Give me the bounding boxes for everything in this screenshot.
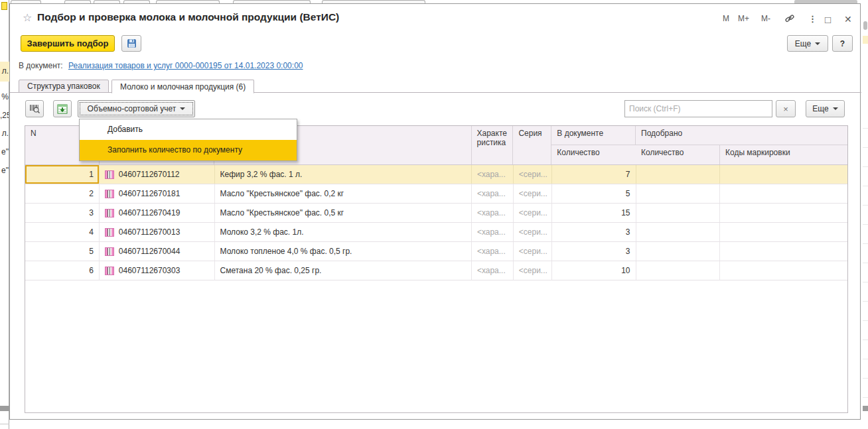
- cell-barcode: 04607112670419: [100, 204, 215, 222]
- products-table: N Характеристика Серия В документе Колич…: [25, 125, 848, 413]
- cell-product-name: Масло "Крестьянское" фас. 0,5 кг: [215, 204, 472, 222]
- barcode-value: 04607112670181: [119, 189, 181, 198]
- search-input[interactable]: [624, 100, 772, 117]
- column-header-marking-codes[interactable]: Коды маркировки: [720, 145, 847, 164]
- column-group-in-document: В документе Количество: [551, 126, 636, 164]
- finish-selection-button[interactable]: Завершить подбор: [21, 35, 115, 52]
- column-header-characteristic[interactable]: Характеристика: [472, 126, 514, 164]
- cell-characteristic: <хара...: [472, 204, 514, 222]
- column-header-selected[interactable]: Подобрано: [636, 126, 847, 145]
- barcode-icon: [105, 209, 114, 217]
- fill-table-button[interactable]: [53, 100, 72, 117]
- document-label: В документ:: [19, 61, 63, 70]
- menu-item-add[interactable]: Добавить: [80, 119, 297, 140]
- maximize-icon[interactable]: □: [825, 14, 831, 25]
- barcode-scan-button[interactable]: [25, 100, 44, 117]
- barcode-value: 04607112670013: [119, 227, 181, 237]
- search-clear-button[interactable]: ×: [776, 100, 796, 117]
- page-title: Подбор и проверка молока и молочной прод…: [37, 11, 339, 23]
- cell-row-number: 3: [25, 204, 100, 222]
- table-row[interactable]: 1 04607112670112 Кефир 3,2 % фас. 1 л. <…: [25, 165, 847, 184]
- cell-marking-codes: [720, 261, 847, 280]
- menu-item-fill-quantity[interactable]: Заполнить количество по документу: [80, 140, 297, 160]
- barcode-icon: [105, 170, 114, 179]
- close-icon[interactable]: ✕: [844, 14, 852, 25]
- column-header-selected-quantity[interactable]: Количество: [636, 145, 720, 164]
- background-document-icon: [1, 2, 7, 10]
- bulk-accounting-dropdown[interactable]: Объемно-сортовой учет: [78, 100, 195, 117]
- cell-qty-selected: [636, 184, 721, 203]
- barcode-value: 04607112670112: [119, 170, 180, 179]
- link-icon[interactable]: [784, 13, 795, 24]
- background-text-fragment: л.: [0, 66, 9, 76]
- table-row[interactable]: 2 04607112670181 Масло "Крестьянское" фа…: [25, 184, 847, 204]
- cell-series: <сери...: [514, 184, 552, 203]
- save-button[interactable]: [121, 35, 141, 52]
- cell-row-number: 5: [25, 242, 100, 261]
- kebab-menu-icon[interactable]: ⋮: [808, 14, 817, 24]
- more-button-label: Еще: [812, 104, 828, 113]
- barcode-value: 04607112670419: [119, 208, 181, 217]
- cell-barcode: 04607112670044: [100, 242, 215, 261]
- barcode-icon: [105, 267, 114, 275]
- background-scrollbar-thumb: [863, 21, 867, 30]
- cell-characteristic: <хара...: [472, 261, 514, 280]
- barcode-icon: [105, 247, 114, 256]
- cell-series: <сери...: [514, 165, 552, 184]
- cell-qty-selected: [636, 242, 721, 261]
- memory-m-plus-button[interactable]: М+: [738, 14, 749, 23]
- column-group-selected: Подобрано Количество Коды маркировки: [636, 126, 847, 164]
- background-gray-bar: [863, 406, 868, 411]
- cell-qty-in-document: 5: [552, 184, 636, 203]
- screen: л. % ,25 л. е" е" ☆ Подбор и проверка мо…: [0, 0, 868, 429]
- floppy-disk-icon: [127, 38, 137, 48]
- bulk-accounting-label: Объемно-сортовой учет: [88, 104, 177, 113]
- cell-qty-selected: [636, 204, 721, 222]
- table-row[interactable]: 3 04607112670419 Масло "Крестьянское" фа…: [25, 204, 847, 223]
- background-text-fragment: л.: [0, 129, 9, 138]
- cell-series: <сери...: [514, 242, 552, 261]
- cell-marking-codes: [720, 204, 847, 222]
- background-text-fragment: е": [0, 147, 9, 156]
- cell-row-number: 6: [25, 261, 100, 280]
- more-button-top[interactable]: Еще: [787, 35, 828, 52]
- tab-packaging-structure[interactable]: Структура упаковок: [19, 80, 109, 93]
- more-button-label: Еще: [795, 39, 811, 48]
- barcode-icon: [105, 190, 114, 198]
- document-link[interactable]: Реализация товаров и услуг 0000-000195 о…: [68, 61, 303, 70]
- cell-qty-selected: [636, 261, 721, 280]
- barcode-icon: [105, 228, 114, 237]
- chevron-down-icon: [815, 42, 820, 45]
- cell-characteristic: <хара...: [472, 223, 514, 241]
- cell-qty-in-document: 7: [552, 165, 636, 184]
- memory-m-minus-button[interactable]: М-: [761, 14, 770, 23]
- cell-barcode: 04607112670181: [100, 184, 215, 203]
- background-text-fragment: е": [0, 166, 9, 175]
- background-divider: [0, 424, 9, 424]
- column-header-in-document-quantity[interactable]: Количество: [551, 145, 636, 164]
- help-button[interactable]: ?: [832, 35, 853, 52]
- barcode-value: 04607112670044: [119, 247, 181, 256]
- dialog-window: ☆ Подбор и проверка молока и молочной пр…: [9, 3, 861, 420]
- table-row[interactable]: 5 04607112670044 Молоко топленое 4,0 % ф…: [25, 242, 847, 261]
- background-window-left-strip: л. % ,25 л. е" е": [0, 0, 9, 429]
- memory-m-button[interactable]: М: [723, 14, 729, 23]
- tab-bar: Структура упаковок Молоко и молочная про…: [10, 80, 861, 93]
- tab-milk-products[interactable]: Молоко и молочная продукция (6): [111, 80, 254, 93]
- cell-series: <сери...: [514, 223, 552, 241]
- chevron-down-icon: [833, 107, 838, 110]
- column-header-in-document[interactable]: В документе: [551, 126, 636, 145]
- chevron-down-icon: [180, 107, 185, 110]
- column-header-series[interactable]: Серия: [513, 126, 551, 164]
- bulk-accounting-menu: Добавить Заполнить количество по докумен…: [79, 119, 297, 161]
- background-button-fragment: [863, 36, 868, 44]
- table-row[interactable]: 4 04607112670013 Молоко 3,2 % фас. 1л. <…: [25, 223, 847, 242]
- favorite-star-icon[interactable]: ☆: [23, 11, 32, 24]
- cell-series: <сери...: [514, 204, 552, 222]
- cell-barcode: 04607112670013: [100, 223, 215, 241]
- more-button-list[interactable]: Еще: [806, 100, 845, 117]
- background-table-rows-fragment: [863, 109, 868, 411]
- table-row[interactable]: 6 04607112670303 Сметана 20 % фас. 0,25 …: [25, 261, 847, 280]
- cell-marking-codes: [720, 242, 847, 261]
- barcode-search-icon: [29, 103, 40, 114]
